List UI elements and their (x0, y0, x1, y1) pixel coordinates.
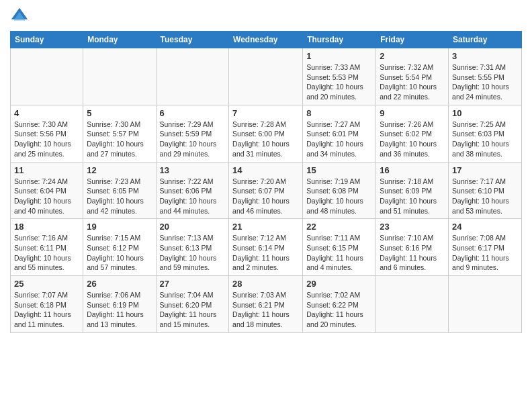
day-info: Sunrise: 7:31 AMSunset: 5:55 PMDaylight:… (452, 62, 518, 102)
day-info: Sunrise: 7:16 AMSunset: 6:11 PMDaylight:… (14, 233, 79, 273)
day-header-sunday: Sunday (11, 32, 83, 48)
day-cell: 22 Sunrise: 7:11 AMSunset: 6:15 PMDaylig… (303, 219, 376, 276)
day-number: 1 (306, 51, 372, 61)
day-info: Sunrise: 7:07 AMSunset: 6:18 PMDaylight:… (14, 290, 79, 330)
day-cell (11, 48, 83, 105)
day-number: 16 (380, 165, 445, 175)
day-cell (156, 48, 229, 105)
day-info: Sunrise: 7:03 AMSunset: 6:21 PMDaylight:… (232, 290, 299, 330)
day-number: 29 (306, 279, 372, 289)
day-info: Sunrise: 7:30 AMSunset: 5:56 PMDaylight:… (14, 120, 79, 159)
day-cell (376, 276, 449, 333)
day-cell: 21 Sunrise: 7:12 AMSunset: 6:14 PMDaylig… (229, 219, 303, 276)
day-info: Sunrise: 7:18 AMSunset: 6:09 PMDaylight:… (380, 177, 445, 216)
calendar-table: SundayMondayTuesdayWednesdayThursdayFrid… (10, 31, 522, 333)
day-cell: 26 Sunrise: 7:06 AMSunset: 6:19 PMDaylig… (83, 276, 156, 333)
day-number: 26 (87, 279, 152, 289)
day-info: Sunrise: 7:32 AMSunset: 5:54 PMDaylight:… (380, 62, 445, 102)
week-row-4: 18 Sunrise: 7:16 AMSunset: 6:11 PMDaylig… (11, 219, 522, 276)
day-info: Sunrise: 7:29 AMSunset: 5:59 PMDaylight:… (160, 120, 226, 159)
day-info: Sunrise: 7:17 AMSunset: 6:10 PMDaylight:… (452, 177, 518, 216)
day-number: 23 (380, 222, 445, 232)
day-number: 21 (232, 222, 299, 232)
day-info: Sunrise: 7:08 AMSunset: 6:17 PMDaylight:… (452, 233, 518, 273)
day-number: 28 (232, 279, 299, 289)
day-number: 20 (160, 222, 226, 232)
day-info: Sunrise: 7:11 AMSunset: 6:15 PMDaylight:… (306, 233, 372, 273)
day-cell: 15 Sunrise: 7:19 AMSunset: 6:08 PMDaylig… (303, 162, 376, 219)
day-info: Sunrise: 7:10 AMSunset: 6:16 PMDaylight:… (380, 233, 445, 273)
day-cell: 27 Sunrise: 7:04 AMSunset: 6:20 PMDaylig… (156, 276, 229, 333)
day-info: Sunrise: 7:02 AMSunset: 6:22 PMDaylight:… (306, 290, 372, 330)
day-info: Sunrise: 7:13 AMSunset: 6:13 PMDaylight:… (160, 233, 226, 273)
day-cell: 2 Sunrise: 7:32 AMSunset: 5:54 PMDayligh… (376, 48, 449, 105)
day-cell: 19 Sunrise: 7:15 AMSunset: 6:12 PMDaylig… (83, 219, 156, 276)
day-cell: 14 Sunrise: 7:20 AMSunset: 6:07 PMDaylig… (229, 162, 303, 219)
day-number: 7 (232, 108, 299, 118)
day-info: Sunrise: 7:15 AMSunset: 6:12 PMDaylight:… (87, 233, 152, 273)
day-number: 10 (452, 108, 518, 118)
week-row-1: 1 Sunrise: 7:33 AMSunset: 5:53 PMDayligh… (11, 48, 522, 105)
day-number: 22 (306, 222, 372, 232)
day-cell: 25 Sunrise: 7:07 AMSunset: 6:18 PMDaylig… (11, 276, 83, 333)
week-row-3: 11 Sunrise: 7:24 AMSunset: 6:04 PMDaylig… (11, 162, 522, 219)
header-row: SundayMondayTuesdayWednesdayThursdayFrid… (11, 32, 522, 48)
day-info: Sunrise: 7:25 AMSunset: 6:03 PMDaylight:… (452, 120, 518, 159)
day-cell: 12 Sunrise: 7:23 AMSunset: 6:05 PMDaylig… (83, 162, 156, 219)
logo-icon (10, 7, 29, 26)
day-info: Sunrise: 7:12 AMSunset: 6:14 PMDaylight:… (232, 233, 299, 273)
day-number: 8 (306, 108, 372, 118)
day-number: 27 (160, 279, 226, 289)
day-info: Sunrise: 7:20 AMSunset: 6:07 PMDaylight:… (232, 177, 299, 216)
day-cell: 9 Sunrise: 7:26 AMSunset: 6:02 PMDayligh… (376, 105, 449, 162)
day-cell: 11 Sunrise: 7:24 AMSunset: 6:04 PMDaylig… (11, 162, 83, 219)
day-info: Sunrise: 7:30 AMSunset: 5:57 PMDaylight:… (87, 120, 152, 159)
day-number: 4 (14, 108, 79, 118)
week-row-2: 4 Sunrise: 7:30 AMSunset: 5:56 PMDayligh… (11, 105, 522, 162)
day-cell (83, 48, 156, 105)
day-header-tuesday: Tuesday (156, 32, 229, 48)
day-cell: 10 Sunrise: 7:25 AMSunset: 6:03 PMDaylig… (449, 105, 522, 162)
day-cell (229, 48, 303, 105)
day-header-wednesday: Wednesday (229, 32, 303, 48)
day-cell: 28 Sunrise: 7:03 AMSunset: 6:21 PMDaylig… (229, 276, 303, 333)
day-header-saturday: Saturday (449, 32, 522, 48)
week-row-5: 25 Sunrise: 7:07 AMSunset: 6:18 PMDaylig… (11, 276, 522, 333)
day-header-monday: Monday (83, 32, 156, 48)
day-cell: 6 Sunrise: 7:29 AMSunset: 5:59 PMDayligh… (156, 105, 229, 162)
day-number: 14 (232, 165, 299, 175)
day-number: 11 (14, 165, 79, 175)
day-cell: 29 Sunrise: 7:02 AMSunset: 6:22 PMDaylig… (303, 276, 376, 333)
day-info: Sunrise: 7:23 AMSunset: 6:05 PMDaylight:… (87, 177, 152, 216)
day-number: 3 (452, 51, 518, 61)
day-info: Sunrise: 7:19 AMSunset: 6:08 PMDaylight:… (306, 177, 372, 216)
day-cell: 16 Sunrise: 7:18 AMSunset: 6:09 PMDaylig… (376, 162, 449, 219)
day-info: Sunrise: 7:28 AMSunset: 6:00 PMDaylight:… (232, 120, 299, 159)
day-number: 5 (87, 108, 152, 118)
day-cell: 23 Sunrise: 7:10 AMSunset: 6:16 PMDaylig… (376, 219, 449, 276)
day-number: 2 (380, 51, 445, 61)
day-info: Sunrise: 7:22 AMSunset: 6:06 PMDaylight:… (160, 177, 226, 216)
day-info: Sunrise: 7:26 AMSunset: 6:02 PMDaylight:… (380, 120, 445, 159)
day-header-friday: Friday (376, 32, 449, 48)
day-cell: 5 Sunrise: 7:30 AMSunset: 5:57 PMDayligh… (83, 105, 156, 162)
day-cell: 7 Sunrise: 7:28 AMSunset: 6:00 PMDayligh… (229, 105, 303, 162)
day-number: 25 (14, 279, 79, 289)
day-number: 12 (87, 165, 152, 175)
day-number: 13 (160, 165, 226, 175)
day-number: 18 (14, 222, 79, 232)
day-cell: 3 Sunrise: 7:31 AMSunset: 5:55 PMDayligh… (449, 48, 522, 105)
page-header (10, 7, 522, 26)
day-number: 17 (452, 165, 518, 175)
day-info: Sunrise: 7:27 AMSunset: 6:01 PMDaylight:… (306, 120, 372, 159)
day-number: 9 (380, 108, 445, 118)
day-info: Sunrise: 7:04 AMSunset: 6:20 PMDaylight:… (160, 290, 226, 330)
day-cell: 17 Sunrise: 7:17 AMSunset: 6:10 PMDaylig… (449, 162, 522, 219)
day-cell: 8 Sunrise: 7:27 AMSunset: 6:01 PMDayligh… (303, 105, 376, 162)
day-cell (449, 276, 522, 333)
day-cell: 20 Sunrise: 7:13 AMSunset: 6:13 PMDaylig… (156, 219, 229, 276)
day-info: Sunrise: 7:33 AMSunset: 5:53 PMDaylight:… (306, 62, 372, 102)
day-cell: 18 Sunrise: 7:16 AMSunset: 6:11 PMDaylig… (11, 219, 83, 276)
logo (10, 7, 32, 26)
day-cell: 13 Sunrise: 7:22 AMSunset: 6:06 PMDaylig… (156, 162, 229, 219)
